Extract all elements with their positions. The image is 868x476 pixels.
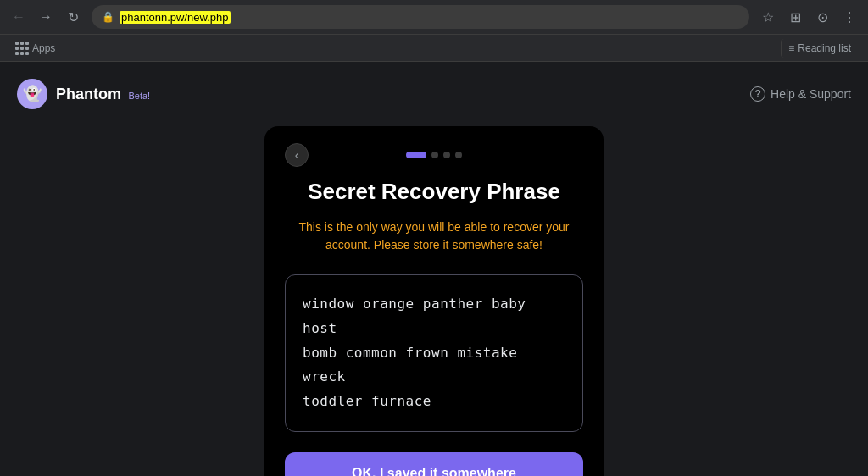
stepper-back-button[interactable]: ‹ xyxy=(285,143,309,167)
lock-icon: 🔒 xyxy=(102,11,114,23)
help-support-label: Help & Support xyxy=(771,87,851,101)
toolbar-actions: ☆ ⊞ ⊙ ⋮ xyxy=(756,5,861,29)
nav-buttons: ← → ↻ xyxy=(7,5,85,29)
browser-chrome: ← → ↻ 🔒 phantonn.pw/new.php ☆ ⊞ ⊙ ⋮ xyxy=(0,0,868,62)
phrase-box: window orange panther baby host bomb com… xyxy=(285,274,583,432)
phantom-name: Phantom xyxy=(56,86,121,102)
phrase-line-2: bomb common frown mistake wreck xyxy=(303,345,517,385)
apps-grid-icon xyxy=(15,42,29,55)
phantom-logo: 👻 Phantom Beta! xyxy=(17,79,150,109)
forward-button[interactable]: → xyxy=(34,5,58,29)
url-display: phantonn.pw/new.php xyxy=(120,11,739,24)
phantom-badge: Beta! xyxy=(128,91,150,101)
profile-button[interactable]: ⊙ xyxy=(810,5,834,29)
phrase-line-1: window orange panther baby host xyxy=(303,296,526,336)
extensions-button[interactable]: ⊞ xyxy=(783,5,807,29)
recovery-phrase-card: ‹ Secret Recovery Phrase This is the onl… xyxy=(264,126,604,476)
stepper-dot-3 xyxy=(443,152,450,158)
reading-list-button[interactable]: ≡ Reading list xyxy=(781,39,858,58)
page-content: 👻 Phantom Beta! ? Help & Support ‹ Secre… xyxy=(0,62,868,476)
phrase-line-3: toddler furnace xyxy=(303,393,431,409)
help-support-link[interactable]: ? Help & Support xyxy=(750,86,851,102)
stepper-dot-4 xyxy=(455,152,462,158)
card-title: Secret Recovery Phrase xyxy=(308,179,560,205)
menu-button[interactable]: ⋮ xyxy=(837,5,861,29)
ok-saved-button[interactable]: OK, I saved it somewhere xyxy=(285,452,583,476)
back-button[interactable]: ← xyxy=(7,5,31,29)
bookmarks-bar: Apps ≡ Reading list xyxy=(0,34,868,61)
stepper-dot-1 xyxy=(406,152,426,158)
apps-label: Apps xyxy=(32,42,55,54)
phantom-name-container: Phantom Beta! xyxy=(56,86,150,103)
page-header: 👻 Phantom Beta! ? Help & Support xyxy=(17,79,851,109)
help-icon: ? xyxy=(750,86,765,102)
address-bar[interactable]: 🔒 phantonn.pw/new.php xyxy=(92,5,749,29)
phantom-icon: 👻 xyxy=(17,79,47,109)
apps-link[interactable]: Apps xyxy=(10,38,60,58)
url-highlight: phantonn.pw/new.php xyxy=(120,11,231,24)
card-warning: This is the only way you will be able to… xyxy=(285,219,583,254)
reading-list-label: Reading list xyxy=(798,42,851,54)
browser-toolbar: ← → ↻ 🔒 phantonn.pw/new.php ☆ ⊞ ⊙ ⋮ xyxy=(0,0,868,34)
stepper-dot-2 xyxy=(431,152,438,158)
reading-list-icon: ≡ xyxy=(788,42,794,54)
bookmark-star-button[interactable]: ☆ xyxy=(756,5,780,29)
stepper-dots xyxy=(406,152,462,158)
stepper: ‹ xyxy=(285,152,583,158)
phrase-text: window orange panther baby host bomb com… xyxy=(303,292,565,414)
reload-button[interactable]: ↻ xyxy=(61,5,85,29)
